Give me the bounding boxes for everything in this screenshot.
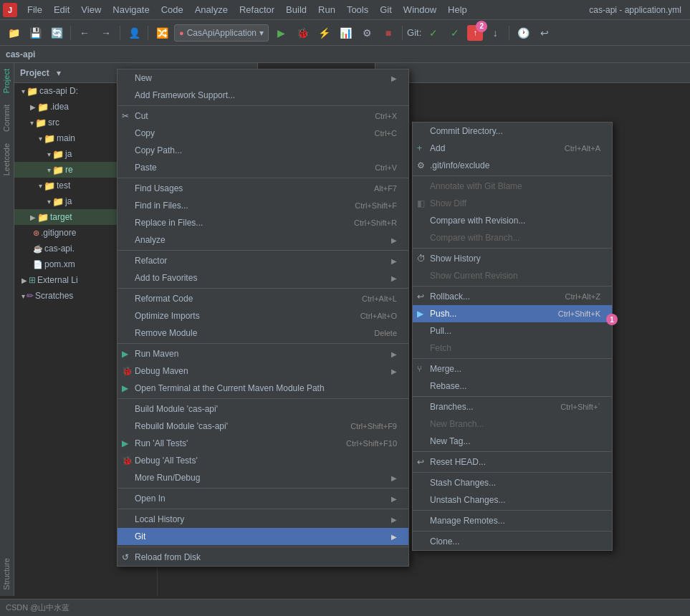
- side-label-project[interactable]: Project: [0, 63, 14, 99]
- git-show-history[interactable]: ⏱ Show History: [413, 250, 612, 267]
- menu-copy[interactable]: Copy Ctrl+C: [118, 125, 408, 142]
- menu-refactor[interactable]: Refactor ▶: [118, 252, 408, 269]
- menu-window[interactable]: Window: [398, 3, 442, 16]
- menu-new-label: New: [135, 73, 152, 83]
- git-push-menu-icon: ▶: [417, 309, 423, 319]
- menu-find-files-left: Find in Files...: [135, 201, 188, 211]
- menu-debug-maven[interactable]: 🐞 Debug Maven ▶: [118, 362, 408, 380]
- profile-btn[interactable]: 📊: [336, 24, 355, 42]
- git-push[interactable]: ▶ Push... Ctrl+Shift+K 1: [413, 305, 612, 322]
- menu-build-module[interactable]: Build Module 'cas-api': [118, 400, 408, 418]
- tree-src-label: src: [48, 117, 59, 127]
- git-pull[interactable]: Pull...: [413, 322, 612, 340]
- menu-find-files[interactable]: Find in Files... Ctrl+Shift+F: [118, 197, 408, 214]
- menu-cut-label: Cut: [135, 111, 148, 121]
- menu-reformat[interactable]: Reformat Code Ctrl+Alt+L: [118, 290, 408, 307]
- menu-optimize[interactable]: Optimize Imports Ctrl+Alt+O: [118, 307, 408, 324]
- tree-target-collapse: ▶: [30, 213, 36, 221]
- menu-analyze[interactable]: Analyze ▶: [118, 231, 408, 249]
- menu-help[interactable]: Help: [442, 3, 473, 16]
- side-label-structure[interactable]: Structure: [0, 552, 14, 596]
- toolbar-refresh-btn[interactable]: 🔄: [47, 24, 66, 42]
- toolbar-forward-btn[interactable]: →: [97, 24, 115, 42]
- side-label-leetcode[interactable]: Leetcode: [0, 138, 14, 181]
- menu-cut[interactable]: ✂ Cut Ctrl+X: [118, 107, 408, 125]
- menu-build[interactable]: Build: [280, 3, 312, 16]
- git-clone[interactable]: Clone...: [413, 533, 612, 550]
- tree-java2-label: ja: [65, 196, 72, 206]
- git-checkmark-btn[interactable]: ✓: [424, 24, 443, 42]
- undo-btn[interactable]: ↩: [535, 24, 554, 42]
- menu-add-framework-label: Add Framework Support...: [135, 90, 235, 100]
- menu-rebuild-module[interactable]: Rebuild Module 'cas-api' Ctrl+Shift+F9: [118, 418, 408, 435]
- git-exclude[interactable]: ⚙ .git/info/exclude: [413, 157, 612, 174]
- menu-new[interactable]: New ▶: [118, 69, 408, 87]
- menu-git[interactable]: Git ▶: [118, 528, 408, 545]
- git-unstash[interactable]: Unstash Changes...: [413, 491, 612, 509]
- run-btn[interactable]: ▶: [272, 24, 290, 42]
- git-pull-btn[interactable]: ↓: [486, 24, 504, 42]
- menu-analyze[interactable]: Analyze: [189, 3, 234, 16]
- menu-more-run[interactable]: More Run/Debug ▶: [118, 469, 408, 486]
- file-icon-cas: ☕: [33, 244, 43, 254]
- toolbar-open-btn[interactable]: 📁: [4, 24, 23, 42]
- stop-btn[interactable]: ■: [379, 24, 398, 42]
- tree-res-collapse: ▾: [47, 166, 51, 174]
- git-rebase[interactable]: Rebase...: [413, 377, 612, 395]
- menu-remove-module[interactable]: Remove Module Delete: [118, 324, 408, 342]
- git-merge[interactable]: ⑂ Merge...: [413, 360, 612, 377]
- menu-add-framework[interactable]: Add Framework Support...: [118, 87, 408, 104]
- menu-run-tests[interactable]: ▶ Run 'All Tests' Ctrl+Shift+F10: [118, 435, 408, 452]
- menu-open-terminal[interactable]: ▶ Open Terminal at the Current Maven Mod…: [118, 380, 408, 397]
- menu-add-favorites[interactable]: Add to Favorites ▶: [118, 269, 408, 287]
- menu-find-usages[interactable]: Find Usages Alt+F7: [118, 180, 408, 197]
- git-add-shortcut: Ctrl+Alt+A: [565, 144, 600, 153]
- debug-maven-icon: 🐞: [122, 366, 133, 376]
- menu-local-history[interactable]: Local History ▶: [118, 511, 408, 528]
- menu-copy-path[interactable]: Copy Path...: [118, 142, 408, 159]
- menu-view[interactable]: View: [75, 3, 107, 16]
- git-compare-revision[interactable]: Compare with Revision...: [413, 212, 612, 229]
- more-run-btn[interactable]: ⚙: [358, 24, 376, 42]
- git-rollback[interactable]: ↩ Rollback... Ctrl+Alt+Z: [413, 288, 612, 305]
- menu-reload-disk[interactable]: ↺ Reload from Disk: [118, 549, 408, 566]
- toolbar-vcs-btn[interactable]: 🔀: [153, 24, 171, 42]
- git-reset-head[interactable]: ↩ Reset HEAD...: [413, 453, 612, 471]
- coverage-btn[interactable]: ⚡: [315, 24, 333, 42]
- debug-btn[interactable]: 🐞: [293, 24, 312, 42]
- menu-run-maven[interactable]: ▶ Run Maven ▶: [118, 345, 408, 362]
- git-add-label: Add: [430, 143, 445, 153]
- menu-new-arrow: ▶: [391, 74, 397, 82]
- git-stash[interactable]: Stash Changes...: [413, 474, 612, 491]
- menu-run[interactable]: Run: [312, 3, 341, 16]
- git-new-tag[interactable]: New Tag...: [413, 433, 612, 450]
- menu-replace-files[interactable]: Replace in Files... Ctrl+Shift+R: [118, 214, 408, 231]
- toolbar-back-btn[interactable]: ←: [75, 24, 94, 42]
- menu-file[interactable]: File: [21, 3, 48, 16]
- side-label-commit[interactable]: Commit: [0, 99, 14, 138]
- menu-edit[interactable]: Edit: [48, 3, 75, 16]
- menu-git[interactable]: Git: [374, 3, 398, 16]
- menu-debug-tests[interactable]: 🐞 Debug 'All Tests': [118, 452, 408, 469]
- git-commit-dir[interactable]: Commit Directory...: [413, 122, 612, 140]
- menu-refactor[interactable]: Refactor: [234, 3, 280, 16]
- git-add[interactable]: + Add Ctrl+Alt+A: [413, 140, 612, 157]
- menu-build-module-label: Build Module 'cas-api': [135, 404, 218, 414]
- menu-more-run-arrow: ▶: [391, 474, 397, 482]
- menu-code[interactable]: Code: [155, 3, 189, 16]
- menu-navigate[interactable]: Navigate: [107, 3, 155, 16]
- menu-paste[interactable]: Paste Ctrl+V: [118, 159, 408, 176]
- menu-tools[interactable]: Tools: [341, 3, 374, 16]
- git-checkmark2-btn[interactable]: ✓: [446, 24, 464, 42]
- git-push-container: ↑ 2: [467, 25, 483, 41]
- git-push-badge: 1: [606, 314, 618, 325]
- git-branches[interactable]: Branches... Ctrl+Shift+`: [413, 398, 612, 415]
- project-header-dropdown[interactable]: ▾: [57, 68, 61, 78]
- toolbar-save-btn[interactable]: 💾: [26, 24, 44, 42]
- git-push-btn[interactable]: ↑ 2: [467, 25, 483, 41]
- history-btn[interactable]: 🕐: [514, 24, 532, 42]
- git-manage-remotes[interactable]: Manage Remotes...: [413, 512, 612, 529]
- menu-open-in[interactable]: Open In ▶: [118, 490, 408, 507]
- run-config-dropdown[interactable]: ● CasApiApplication ▾: [174, 24, 269, 42]
- toolbar-user-btn[interactable]: 👤: [125, 24, 143, 42]
